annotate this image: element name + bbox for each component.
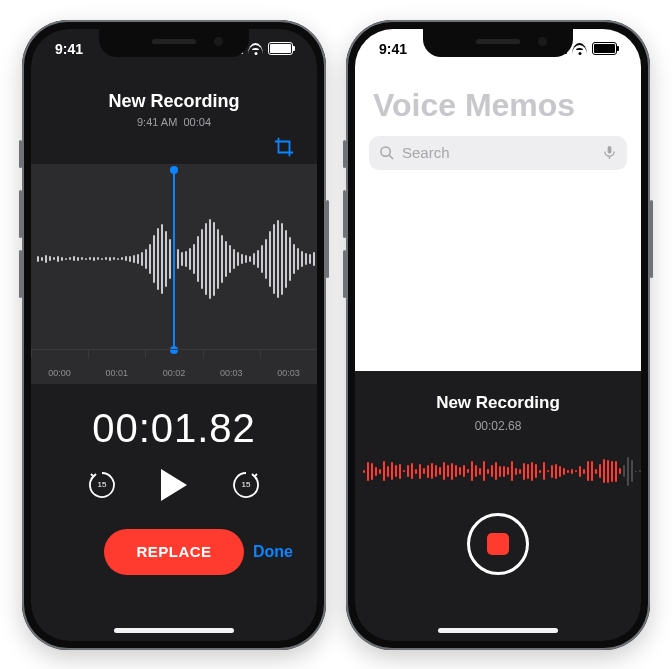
home-indicator[interactable] xyxy=(114,628,234,633)
svg-line-1 xyxy=(389,155,393,159)
app-title: Voice Memos xyxy=(373,87,641,124)
battery-icon xyxy=(592,42,617,55)
waveform-area[interactable]: 00:00 00:01 00:02 00:03 00:03 xyxy=(31,164,317,384)
mute-switch xyxy=(19,140,22,168)
recording-title: New Recording xyxy=(355,393,641,413)
search-icon xyxy=(379,145,394,160)
stop-icon xyxy=(487,533,509,555)
done-button[interactable]: Done xyxy=(253,543,293,561)
recording-meta: 9:41 AM 00:04 xyxy=(31,116,317,128)
wifi-icon xyxy=(572,43,587,54)
recording-title: New Recording xyxy=(31,91,317,112)
play-button[interactable] xyxy=(161,469,187,501)
elapsed-time: 00:01.82 xyxy=(31,406,317,451)
battery-icon xyxy=(268,42,293,55)
time-ruler: 00:00 00:01 00:02 00:03 00:03 xyxy=(31,349,317,384)
waveform-mini xyxy=(355,449,641,493)
volume-up xyxy=(19,190,22,238)
home-indicator[interactable] xyxy=(438,628,558,633)
notch xyxy=(423,29,573,57)
volume-down xyxy=(343,250,346,298)
replace-button[interactable]: REPLACE xyxy=(104,529,243,575)
skip-back-button[interactable]: 15 xyxy=(87,470,117,500)
svg-rect-2 xyxy=(608,146,612,154)
recording-time: 00:02.68 xyxy=(355,419,641,433)
volume-up xyxy=(343,190,346,238)
status-time: 9:41 xyxy=(55,41,83,57)
volume-down xyxy=(19,250,22,298)
phone-frame-left: 9:41 New Recording 9:41 AM 00:04 xyxy=(22,20,326,650)
mute-switch xyxy=(343,140,346,168)
power-button xyxy=(650,200,653,278)
notch xyxy=(99,29,249,57)
trim-icon[interactable] xyxy=(273,136,295,158)
status-time: 9:41 xyxy=(379,41,407,57)
power-button xyxy=(326,200,329,278)
wifi-icon xyxy=(248,43,263,54)
search-placeholder: Search xyxy=(402,144,450,161)
mic-icon[interactable] xyxy=(602,145,617,160)
search-field[interactable]: Search xyxy=(369,136,627,170)
record-stop-button[interactable] xyxy=(467,513,529,575)
skip-forward-button[interactable]: 15 xyxy=(231,470,261,500)
svg-point-0 xyxy=(381,147,390,156)
playhead[interactable] xyxy=(173,170,175,350)
phone-frame-right: 9:41 Voice Memos Search New Recording 00… xyxy=(346,20,650,650)
